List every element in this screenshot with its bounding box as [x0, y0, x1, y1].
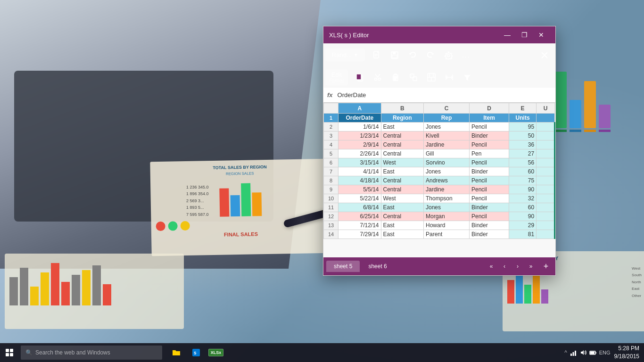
- paste-special-button[interactable]: [405, 68, 422, 86]
- minimize-button[interactable]: —: [499, 26, 516, 43]
- sheet-tab-6[interactable]: sheet 6: [361, 261, 394, 272]
- cell-date-2[interactable]: 1/6/14: [339, 123, 381, 132]
- more-options-button[interactable]: ...: [457, 46, 475, 64]
- cell-region-11[interactable]: East: [381, 203, 424, 212]
- merge-cells-button[interactable]: [422, 68, 440, 86]
- cell-region-5[interactable]: Central: [381, 149, 424, 158]
- notification-icon[interactable]: ^: [564, 349, 567, 356]
- cell-date-4[interactable]: 2/9/14: [339, 140, 381, 149]
- cell-item-4[interactable]: Pencil: [469, 140, 509, 149]
- cell-date-8[interactable]: 4/18/14: [339, 176, 381, 185]
- cell-region-8[interactable]: Central: [381, 176, 424, 185]
- cell-item-3[interactable]: Binder: [469, 132, 509, 140]
- col-header-E[interactable]: E: [509, 103, 537, 114]
- settings-button[interactable]: [439, 46, 457, 64]
- cell-item-6[interactable]: Pencil: [469, 158, 509, 167]
- cell-units-5[interactable]: 27: [509, 149, 537, 158]
- col-header-A[interactable]: A: [339, 103, 381, 114]
- new-file-button[interactable]: [368, 46, 386, 64]
- taskbar-clock[interactable]: 5:28 PM 9/18/2015: [614, 345, 639, 361]
- cell-date-13[interactable]: 7/12/14: [339, 221, 381, 230]
- sheet-prev-button[interactable]: ‹: [498, 260, 511, 273]
- cell-rep-8[interactable]: Andrews: [424, 176, 470, 185]
- cell-item-11[interactable]: Binder: [469, 203, 509, 212]
- cell-units-9[interactable]: 90: [509, 185, 537, 194]
- store-button[interactable]: s: [187, 343, 206, 362]
- col-header-B[interactable]: B: [381, 103, 424, 114]
- header-region[interactable]: Region: [381, 114, 424, 123]
- edit-format-button[interactable]: Edit Format: [325, 69, 348, 85]
- cell-date-6[interactable]: 3/15/14: [339, 158, 381, 167]
- cell-units-13[interactable]: 29: [509, 221, 537, 230]
- cell-rep-4[interactable]: Jardine: [424, 140, 470, 149]
- save-button[interactable]: [386, 46, 404, 64]
- cell-rep-12[interactable]: Morgan: [424, 212, 470, 221]
- cell-units-12[interactable]: 90: [509, 212, 537, 221]
- cell-date-3[interactable]: 1/23/14: [339, 132, 381, 140]
- cell-rep-11[interactable]: Jones: [424, 203, 470, 212]
- cell-item-8[interactable]: Pencil: [469, 176, 509, 185]
- cell-date-14[interactable]: 7/29/14: [339, 230, 381, 239]
- cell-region-6[interactable]: West: [381, 158, 424, 167]
- cell-item-9[interactable]: Pencil: [469, 185, 509, 194]
- header-extra[interactable]: [537, 114, 555, 123]
- cell-item-5[interactable]: Pen: [469, 149, 509, 158]
- network-icon[interactable]: [570, 349, 577, 356]
- cell-units-11[interactable]: 60: [509, 203, 537, 212]
- cell-rep-14[interactable]: Parent: [424, 230, 470, 239]
- cell-rep-2[interactable]: Jones: [424, 123, 470, 132]
- cell-units-10[interactable]: 32: [509, 194, 537, 203]
- cell-units-8[interactable]: 75: [509, 176, 537, 185]
- cell-rep-9[interactable]: Jardine: [424, 185, 470, 194]
- cell-region-14[interactable]: East: [381, 230, 424, 239]
- column-width-button[interactable]: [440, 68, 458, 86]
- cell-units-3[interactable]: 50: [509, 132, 537, 140]
- undo-button[interactable]: [404, 46, 421, 64]
- header-item[interactable]: Item: [469, 114, 509, 123]
- cell-item-10[interactable]: Pencil: [469, 194, 509, 203]
- col-header-D[interactable]: D: [469, 103, 509, 114]
- header-orderdate[interactable]: OrderDate: [339, 114, 381, 123]
- cell-item-7[interactable]: Binder: [469, 167, 509, 176]
- xlsx-app-button[interactable]: XLSx: [206, 343, 225, 362]
- cell-rep-13[interactable]: Howard: [424, 221, 470, 230]
- sheet-add-button[interactable]: +: [539, 260, 553, 273]
- filter-button[interactable]: [458, 68, 476, 86]
- cell-item-12[interactable]: Pencil: [469, 212, 509, 221]
- cell-date-12[interactable]: 6/25/14: [339, 212, 381, 221]
- sheet-first-button[interactable]: «: [485, 260, 498, 273]
- cell-units-2[interactable]: 95: [509, 123, 537, 132]
- paste-button[interactable]: [387, 68, 405, 86]
- cell-date-9[interactable]: 5/5/14: [339, 185, 381, 194]
- volume-icon[interactable]: [579, 349, 587, 356]
- cell-region-10[interactable]: West: [381, 194, 424, 203]
- sheet-next-button[interactable]: ›: [511, 260, 524, 273]
- close-document-button[interactable]: [536, 46, 553, 64]
- header-rep[interactable]: Rep: [424, 114, 470, 123]
- cut-button[interactable]: [369, 68, 387, 86]
- maximize-button[interactable]: ❒: [516, 26, 533, 43]
- cell-rep-6[interactable]: Sorvino: [424, 158, 470, 167]
- cell-rep-3[interactable]: Kivell: [424, 132, 470, 140]
- redo-button[interactable]: [421, 46, 439, 64]
- col-header-F[interactable]: U: [537, 103, 555, 114]
- cell-date-11[interactable]: 6/8/14: [339, 203, 381, 212]
- cell-region-7[interactable]: East: [381, 167, 424, 176]
- cell-rep-10[interactable]: Thompson: [424, 194, 470, 203]
- file-explorer-button[interactable]: [167, 343, 186, 362]
- header-units[interactable]: Units: [509, 114, 537, 123]
- cell-units-4[interactable]: 36: [509, 140, 537, 149]
- cell-item-2[interactable]: Pencil: [469, 123, 509, 132]
- cell-region-3[interactable]: Central: [381, 132, 424, 140]
- copy-button[interactable]: [351, 68, 369, 86]
- taskbar-search[interactable]: 🔍 Search the web and Windows: [21, 346, 162, 360]
- cell-region-13[interactable]: East: [381, 221, 424, 230]
- cell-region-4[interactable]: Central: [381, 140, 424, 149]
- rand-button[interactable]: Rand... ▼: [325, 49, 365, 61]
- cell-units-6[interactable]: 56: [509, 158, 537, 167]
- cell-region-2[interactable]: East: [381, 123, 424, 132]
- cell-item-14[interactable]: Binder: [469, 230, 509, 239]
- cell-date-7[interactable]: 4/1/14: [339, 167, 381, 176]
- cell-region-9[interactable]: Central: [381, 185, 424, 194]
- sheet-last-button[interactable]: »: [524, 260, 537, 273]
